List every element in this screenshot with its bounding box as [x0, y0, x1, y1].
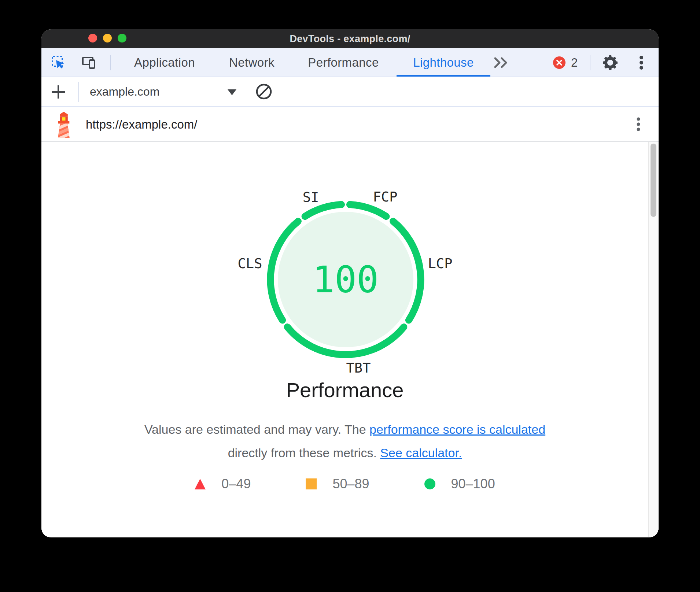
- see-calculator-link[interactable]: See calculator.: [380, 446, 462, 460]
- report-url: https://example.com/: [86, 107, 197, 141]
- target-select[interactable]: example.com: [85, 80, 247, 103]
- metric-label-fcp: FCP: [373, 189, 398, 205]
- title-bar: DevTools - example.com/: [41, 29, 659, 48]
- category-title: Performance: [41, 378, 648, 402]
- legend-range: 50–89: [332, 476, 369, 492]
- metric-label-lcp: LCP: [428, 256, 453, 271]
- devtools-window: DevTools - example.com/ Application Netw…: [41, 29, 659, 537]
- toolbar-divider: [110, 55, 111, 70]
- clear-storage-button[interactable]: [255, 83, 273, 100]
- legend-item-pass: 90–100: [424, 476, 495, 492]
- more-tabs-button[interactable]: [493, 57, 510, 69]
- double-chevron-icon: [493, 57, 510, 69]
- scrollbar-track[interactable]: [648, 142, 659, 537]
- block-icon: [255, 83, 273, 100]
- kebab-menu-icon: [634, 116, 643, 133]
- kebab-menu-icon: [637, 54, 646, 71]
- legend-range: 0–49: [221, 476, 251, 492]
- toggle-device-toolbar-button[interactable]: [80, 54, 99, 71]
- tab-performance[interactable]: Performance: [308, 48, 379, 77]
- tab-network[interactable]: Network: [229, 48, 275, 77]
- scrollbar-thumb[interactable]: [651, 144, 656, 217]
- toolbar-divider: [590, 55, 590, 70]
- add-target-button[interactable]: [50, 84, 66, 100]
- metric-label-tbt: TBT: [346, 360, 371, 376]
- chevron-down-icon: [228, 89, 236, 95]
- more-options-button[interactable]: [637, 54, 646, 71]
- score-legend: 0–49 50–89 90–100: [41, 476, 648, 492]
- tab-lighthouse[interactable]: Lighthouse: [413, 48, 474, 77]
- devtools-toolbar: Application Network Performance Lighthou…: [41, 48, 659, 77]
- plus-icon: [50, 84, 66, 100]
- tab-application[interactable]: Application: [134, 48, 195, 77]
- report-body: 100 SI FCP CLS LCP TBT Performance Value…: [41, 142, 659, 537]
- device-toolbar-icon: [81, 55, 97, 71]
- metric-label-cls: CLS: [238, 256, 262, 271]
- fail-triangle-icon: [195, 479, 206, 489]
- legend-item-average: 50–89: [306, 476, 369, 492]
- legend-range: 90–100: [451, 476, 495, 492]
- legend-item-fail: 0–49: [195, 476, 251, 492]
- console-errors-button[interactable]: [553, 56, 565, 69]
- metric-label-si: SI: [303, 189, 319, 205]
- window-title: DevTools - example.com/: [41, 29, 659, 48]
- lighthouse-logo-icon: [55, 111, 72, 138]
- report-header: https://example.com/: [41, 107, 659, 142]
- pass-circle-icon: [424, 478, 435, 489]
- gear-icon: [602, 54, 619, 71]
- error-count: 2: [571, 48, 578, 77]
- disclaimer-text: Values are estimated and may vary. The: [144, 422, 369, 436]
- toolbar-divider: [78, 82, 79, 102]
- score-disclaimer: Values are estimated and may vary. The p…: [41, 418, 648, 465]
- target-selected-value: example.com: [90, 85, 159, 99]
- lighthouse-target-bar: example.com: [41, 77, 659, 107]
- average-square-icon: [306, 478, 317, 489]
- error-icon: [553, 56, 565, 69]
- performance-score: 100: [265, 199, 426, 360]
- disclaimer-text: directly from these metrics.: [228, 446, 380, 460]
- inspect-element-button[interactable]: [49, 54, 68, 71]
- inspect-cursor-icon: [51, 55, 67, 71]
- report-options-button[interactable]: [634, 116, 643, 133]
- settings-button[interactable]: [602, 54, 619, 71]
- active-tab-underline: [397, 75, 490, 77]
- score-calculation-link[interactable]: performance score is calculated: [369, 422, 545, 436]
